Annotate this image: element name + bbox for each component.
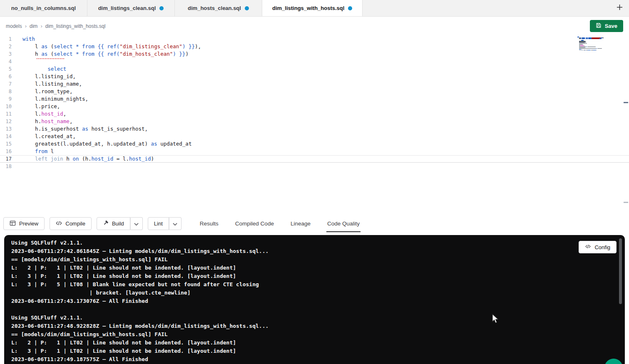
editor-tab[interactable]: no_nulls_in_columns.sql [0,0,87,16]
line-number: 15 [0,140,12,148]
compile-button[interactable]: Compile [50,217,92,230]
lint-split-button: Lint [148,217,181,230]
code-line[interactable]: 4 [0,58,629,65]
editor-tabbar: no_nulls_in_columns.sqldim_listings_clea… [0,0,629,17]
code-line[interactable]: 11 l.host_id, [0,110,629,118]
lint-error-squiggle [37,58,65,59]
build-button[interactable]: Build [97,217,130,230]
editor-tab[interactable]: dim_hosts_clean.sql [175,0,262,16]
code-line[interactable]: 9 l.minimum_nights, [0,95,629,103]
config-button[interactable]: Config [579,241,617,253]
terminal-line: 2023-06-06T11:27:42.861845Z — Linting mo… [11,247,625,255]
tab-label: dim_listings_with_hosts.sql [272,5,344,11]
terminal-line: | bracket. [layout.cte_newline] [11,289,625,297]
code-text: h as (select * from {{ ref("dim_hosts_cl… [12,50,189,58]
line-number: 13 [0,125,12,133]
code-line[interactable]: 14 l.created_at, [0,133,629,140]
code-line[interactable]: 7 l.listing_name, [0,80,629,88]
editor-minimap[interactable] [577,37,610,52]
breadcrumb-item: dim_listings_with_hosts.sql [45,23,106,29]
tab-label: no_nulls_in_columns.sql [11,5,76,11]
tab-compiled-code[interactable]: Compiled Code [234,212,275,235]
chevron-down-icon [134,220,139,228]
build-options-dropdown[interactable] [130,217,143,230]
line-number: 18 [0,163,12,170]
line-number: 7 [0,80,12,88]
line-number: 3 [0,50,12,58]
code-line[interactable]: 1with [0,35,629,43]
lint-options-dropdown[interactable] [169,217,181,230]
tab-label: dim_listings_clean.sql [98,5,156,11]
code-line[interactable]: 6 l.listing_id, [0,73,629,80]
terminal-scrollbar[interactable] [619,238,622,304]
tab-lineage[interactable]: Lineage [290,212,311,235]
editor-tab[interactable]: dim_listings_with_hosts.sql [262,0,363,16]
line-number: 5 [0,65,12,73]
tab-code-quality[interactable]: Code Quality [326,212,360,235]
code-line[interactable]: 10 l.price, [0,103,629,110]
line-number: 2 [0,43,12,50]
code-text: greatest(l.updated_at, h.updated_at) as … [12,140,191,148]
code-line[interactable]: 15 greatest(l.updated_at, h.updated_at) … [0,140,629,148]
terminal-output: Using SQLFluff v2.1.1.2023-06-06T11:27:4… [11,239,625,364]
code-text: l.host_id, [12,110,66,118]
code-line[interactable]: 13 h.is_superhost as host_is_superhost, [0,125,629,133]
terminal-line: Using SQLFluff v2.1.1. [11,314,625,322]
unsaved-changes-dot [159,6,164,10]
lint-label: Lint [154,220,163,227]
line-number: 14 [0,133,12,140]
new-tab-button[interactable] [610,0,629,16]
lint-button[interactable]: Lint [148,217,169,230]
code-text [12,58,22,65]
code-text: l.listing_id, [12,73,76,80]
terminal-line: L: 2 | P: 1 | LT02 | Line should not be … [11,264,625,272]
code-editor[interactable]: 1with2 l as (select * from {{ ref("dim_l… [0,35,629,212]
editor-tab[interactable]: dim_listings_clean.sql [87,0,175,16]
build-split-button: Build [97,217,143,230]
code-line[interactable]: 8 l.room_type, [0,88,629,95]
code-text: l.room_type, [12,88,72,95]
terminal-line: == [models/dim/dim_listings_with_hosts.s… [11,255,625,264]
line-number: 6 [0,73,12,80]
line-number: 16 [0,148,12,155]
breadcrumb: models›dim›dim_listings_with_hosts.sql [6,23,105,29]
line-number: 1 [0,35,12,43]
overview-ruler-mark [624,202,628,203]
code-text [12,163,22,170]
code-line[interactable]: 2 l as (select * from {{ ref("dim_listin… [0,43,629,50]
line-number: 10 [0,103,12,110]
save-button[interactable]: Save [590,20,623,32]
code-text: select [12,65,66,73]
code-line[interactable]: 17 left join h on (h.host_id = l.host_id… [0,155,629,163]
chevron-down-icon [173,220,177,228]
terminal-line: L: 3 | P: 1 | LT02 | Line should not be … [11,272,625,280]
terminal-line [11,305,625,314]
tab-label: dim_hosts_clean.sql [188,5,241,11]
tab-results[interactable]: Results [199,212,219,235]
code-text: l.listing_name, [12,80,82,88]
terminal-line: 2023-06-06T11:27:49.187575Z — All Finish… [11,355,625,364]
breadcrumb-bar: models›dim›dim_listings_with_hosts.sql S… [0,17,629,35]
line-number: 17 [0,156,12,162]
line-number: 12 [0,118,12,125]
code-line[interactable]: 16 from l [0,148,629,155]
code-text: l as (select * from {{ ref("dim_listings… [12,43,201,50]
plus-icon [617,4,623,12]
terminal-line: 2023-06-06T11:27:48.922828Z — Linting mo… [11,322,625,330]
line-number: 9 [0,95,12,103]
code-line[interactable]: 18 [0,163,629,170]
code-line[interactable]: 12 h.host_name, [0,118,629,125]
line-number: 4 [0,58,12,65]
config-label: Config [594,244,610,250]
code-line[interactable]: 3 h as (select * from {{ ref("dim_hosts_… [0,50,629,58]
terminal-line: == [models/dim/dim_listings_with_hosts.s… [11,330,625,339]
preview-table-icon [10,220,16,228]
overview-ruler-mark [624,102,628,103]
code-text: l.created_at, [12,133,76,140]
save-label: Save [605,23,617,29]
breadcrumb-item: models [6,23,22,29]
unsaved-changes-dot [348,6,352,10]
terminal-line: L: 2 | P: 1 | LT02 | Line should not be … [11,339,625,347]
code-line[interactable]: 5 select [0,65,629,73]
preview-button[interactable]: Preview [3,217,45,230]
